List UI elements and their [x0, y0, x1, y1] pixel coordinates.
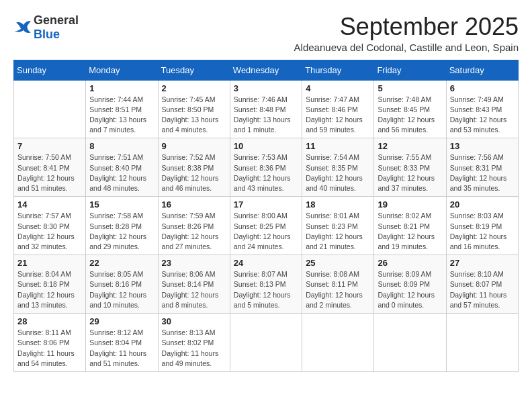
day-detail: Sunrise: 7:51 AM Sunset: 8:40 PM Dayligh… — [89, 152, 154, 193]
day-detail: Sunrise: 8:01 AM Sunset: 8:23 PM Dayligh… — [306, 211, 370, 252]
day-number: 18 — [306, 199, 370, 210]
day-number: 4 — [306, 83, 370, 93]
calendar-cell: 7Sunrise: 7:50 AM Sunset: 8:41 PM Daylig… — [14, 138, 86, 197]
day-number: 23 — [162, 258, 226, 268]
day-number: 20 — [450, 199, 515, 210]
day-number: 27 — [450, 258, 515, 268]
calendar-cell: 27Sunrise: 8:10 AM Sunset: 8:07 PM Dayli… — [446, 255, 518, 314]
day-number: 14 — [17, 199, 82, 210]
day-number: 19 — [378, 199, 442, 210]
title-block: September 2025 Aldeanueva del Codonal, C… — [294, 13, 519, 53]
calendar-cell — [302, 314, 374, 372]
day-number: 15 — [89, 199, 154, 210]
day-detail: Sunrise: 8:06 AM Sunset: 8:14 PM Dayligh… — [162, 269, 226, 310]
logo: General Blue — [13, 13, 79, 42]
logo-bird-icon — [13, 20, 32, 35]
day-number: 9 — [162, 141, 226, 151]
calendar-cell — [230, 314, 302, 372]
calendar-week-row: 14Sunrise: 7:57 AM Sunset: 8:30 PM Dayli… — [14, 197, 519, 255]
calendar-cell: 25Sunrise: 8:08 AM Sunset: 8:11 PM Dayli… — [302, 255, 374, 314]
month-title: September 2025 — [294, 13, 519, 40]
calendar-cell: 23Sunrise: 8:06 AM Sunset: 8:14 PM Dayli… — [158, 255, 230, 314]
day-number: 13 — [450, 141, 515, 151]
day-detail: Sunrise: 7:58 AM Sunset: 8:28 PM Dayligh… — [89, 211, 154, 252]
calendar-cell — [374, 314, 446, 372]
day-detail: Sunrise: 8:10 AM Sunset: 8:07 PM Dayligh… — [450, 269, 515, 310]
day-number: 11 — [306, 141, 370, 151]
day-number: 21 — [17, 258, 82, 268]
day-number: 6 — [450, 83, 515, 93]
day-detail: Sunrise: 8:00 AM Sunset: 8:25 PM Dayligh… — [234, 211, 298, 252]
calendar-cell: 6Sunrise: 7:49 AM Sunset: 8:43 PM Daylig… — [446, 80, 518, 138]
calendar-cell: 13Sunrise: 7:56 AM Sunset: 8:31 PM Dayli… — [446, 138, 518, 197]
day-of-week-header: Saturday — [446, 60, 518, 80]
calendar-week-row: 21Sunrise: 8:04 AM Sunset: 8:18 PM Dayli… — [14, 255, 519, 314]
day-detail: Sunrise: 7:44 AM Sunset: 8:51 PM Dayligh… — [89, 95, 154, 136]
day-number: 12 — [378, 141, 442, 151]
day-of-week-header: Tuesday — [158, 60, 230, 80]
day-number: 26 — [378, 258, 442, 268]
calendar-cell: 18Sunrise: 8:01 AM Sunset: 8:23 PM Dayli… — [302, 197, 374, 255]
day-number: 3 — [234, 83, 298, 93]
calendar-week-row: 1Sunrise: 7:44 AM Sunset: 8:51 PM Daylig… — [14, 80, 519, 138]
subtitle: Aldeanueva del Codonal, Castille and Leo… — [294, 42, 519, 53]
calendar-cell: 16Sunrise: 7:59 AM Sunset: 8:26 PM Dayli… — [158, 197, 230, 255]
day-detail: Sunrise: 7:48 AM Sunset: 8:45 PM Dayligh… — [378, 95, 442, 136]
calendar-cell: 3Sunrise: 7:46 AM Sunset: 8:48 PM Daylig… — [230, 80, 302, 138]
calendar-cell: 24Sunrise: 8:07 AM Sunset: 8:13 PM Dayli… — [230, 255, 302, 314]
day-detail: Sunrise: 8:08 AM Sunset: 8:11 PM Dayligh… — [306, 269, 370, 310]
day-number: 25 — [306, 258, 370, 268]
day-number: 29 — [89, 316, 154, 326]
day-number: 7 — [17, 141, 82, 151]
logo-general-text: General — [34, 13, 79, 27]
day-detail: Sunrise: 8:05 AM Sunset: 8:16 PM Dayligh… — [89, 269, 154, 310]
day-number: 8 — [89, 141, 154, 151]
day-detail: Sunrise: 8:13 AM Sunset: 8:02 PM Dayligh… — [162, 328, 226, 369]
calendar-cell: 17Sunrise: 8:00 AM Sunset: 8:25 PM Dayli… — [230, 197, 302, 255]
calendar-cell: 11Sunrise: 7:54 AM Sunset: 8:35 PM Dayli… — [302, 138, 374, 197]
day-detail: Sunrise: 7:46 AM Sunset: 8:48 PM Dayligh… — [234, 95, 298, 136]
day-detail: Sunrise: 8:07 AM Sunset: 8:13 PM Dayligh… — [234, 269, 298, 310]
calendar-cell: 5Sunrise: 7:48 AM Sunset: 8:45 PM Daylig… — [374, 80, 446, 138]
day-detail: Sunrise: 8:03 AM Sunset: 8:19 PM Dayligh… — [450, 211, 515, 252]
day-number: 17 — [234, 199, 298, 210]
calendar-cell: 19Sunrise: 8:02 AM Sunset: 8:21 PM Dayli… — [374, 197, 446, 255]
calendar-cell: 15Sunrise: 7:58 AM Sunset: 8:28 PM Dayli… — [86, 197, 158, 255]
day-of-week-header: Friday — [374, 60, 446, 80]
day-detail: Sunrise: 8:11 AM Sunset: 8:06 PM Dayligh… — [17, 328, 82, 369]
day-detail: Sunrise: 7:59 AM Sunset: 8:26 PM Dayligh… — [162, 211, 226, 252]
calendar-week-row: 28Sunrise: 8:11 AM Sunset: 8:06 PM Dayli… — [14, 314, 519, 372]
day-detail: Sunrise: 7:47 AM Sunset: 8:46 PM Dayligh… — [306, 95, 370, 136]
day-detail: Sunrise: 8:12 AM Sunset: 8:04 PM Dayligh… — [89, 328, 154, 369]
calendar-cell — [446, 314, 518, 372]
day-detail: Sunrise: 7:57 AM Sunset: 8:30 PM Dayligh… — [17, 211, 82, 252]
calendar-cell: 22Sunrise: 8:05 AM Sunset: 8:16 PM Dayli… — [86, 255, 158, 314]
calendar-cell: 26Sunrise: 8:09 AM Sunset: 8:09 PM Dayli… — [374, 255, 446, 314]
day-number: 22 — [89, 258, 154, 268]
day-number: 10 — [234, 141, 298, 151]
calendar-cell: 4Sunrise: 7:47 AM Sunset: 8:46 PM Daylig… — [302, 80, 374, 138]
day-detail: Sunrise: 7:50 AM Sunset: 8:41 PM Dayligh… — [17, 152, 82, 193]
calendar-cell: 30Sunrise: 8:13 AM Sunset: 8:02 PM Dayli… — [158, 314, 230, 372]
calendar-cell: 12Sunrise: 7:55 AM Sunset: 8:33 PM Dayli… — [374, 138, 446, 197]
day-number: 28 — [17, 316, 82, 326]
calendar-header-row: SundayMondayTuesdayWednesdayThursdayFrid… — [14, 60, 519, 80]
calendar-cell: 28Sunrise: 8:11 AM Sunset: 8:06 PM Dayli… — [14, 314, 86, 372]
day-of-week-header: Monday — [86, 60, 158, 80]
calendar-cell: 10Sunrise: 7:53 AM Sunset: 8:36 PM Dayli… — [230, 138, 302, 197]
calendar-cell: 2Sunrise: 7:45 AM Sunset: 8:50 PM Daylig… — [158, 80, 230, 138]
day-detail: Sunrise: 7:45 AM Sunset: 8:50 PM Dayligh… — [162, 95, 226, 136]
day-detail: Sunrise: 7:53 AM Sunset: 8:36 PM Dayligh… — [234, 152, 298, 193]
day-number: 24 — [234, 258, 298, 268]
calendar-cell — [14, 80, 86, 138]
day-number: 16 — [162, 199, 226, 210]
day-number: 2 — [162, 83, 226, 93]
day-detail: Sunrise: 7:55 AM Sunset: 8:33 PM Dayligh… — [378, 152, 442, 193]
calendar-week-row: 7Sunrise: 7:50 AM Sunset: 8:41 PM Daylig… — [14, 138, 519, 197]
day-number: 30 — [162, 316, 226, 326]
header: General Blue September 2025 Aldeanueva d… — [13, 13, 519, 53]
calendar-cell: 8Sunrise: 7:51 AM Sunset: 8:40 PM Daylig… — [86, 138, 158, 197]
calendar-cell: 20Sunrise: 8:03 AM Sunset: 8:19 PM Dayli… — [446, 197, 518, 255]
calendar-cell: 14Sunrise: 7:57 AM Sunset: 8:30 PM Dayli… — [14, 197, 86, 255]
day-number: 5 — [378, 83, 442, 93]
